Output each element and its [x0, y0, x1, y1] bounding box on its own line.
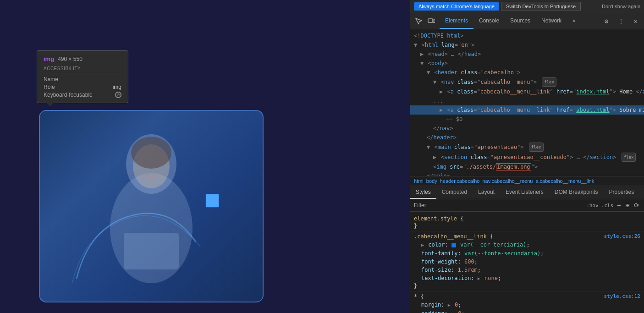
filter-bar: Filter :hov .cls + ⊞ ⟳ [410, 199, 644, 212]
tooltip-dims: 490 × 550 [58, 56, 83, 62]
tree-section[interactable]: ▶ <section class="apresentacao__conteudo… [410, 152, 644, 162]
tree-img[interactable]: <img src="./assets/Imagem.png"> [410, 162, 644, 171]
tooltip-section: ACCESSIBILITY [44, 66, 121, 73]
filter-input[interactable] [429, 202, 583, 209]
tooltip-role-label: Role [44, 84, 55, 90]
style-prop-font-weight: font-weight: 600; [414, 258, 640, 266]
settings-button[interactable]: ⚙ [600, 15, 613, 27]
styles-tabs: Styles Computed Layout Event Listeners D… [410, 186, 644, 199]
style-source-star[interactable]: style.css:12 [604, 293, 640, 299]
dont-show-again-link[interactable]: Don't show again [602, 4, 640, 9]
devtools-tabs: Elements Console Sources Network » [440, 13, 581, 29]
tree-a-sobre[interactable]: ▶ <a class="cabecalho__menu__link" href=… [410, 105, 644, 115]
tab-properties[interactable]: Properties [604, 186, 640, 199]
device-toggle-button[interactable] [425, 15, 438, 27]
tree-main-close[interactable]: </main> [410, 171, 644, 176]
style-rule-star: * { style.css:12 margin: ▶ 0; padding: ▶… [410, 291, 644, 313]
match-language-button[interactable]: Always match Chrome's language [414, 2, 499, 11]
style-selector-menu-link: .cabecalho__menu__link { style.css:26 [414, 233, 640, 240]
style-source-link[interactable]: style.css:26 [604, 233, 640, 239]
breadcrumb-html[interactable]: html [414, 178, 424, 184]
style-prop-font-family: font-family: var(--fonte-secundaria); [414, 249, 640, 258]
tree-nav[interactable]: ▼ <nav class="cabecalho__menu"> flex [410, 77, 644, 87]
style-rule-menu-link: .cabecalho__menu__link { style.css:26 ▶ … [410, 231, 644, 291]
tab-network[interactable]: Network [536, 13, 567, 29]
style-selector-element: element.style { [414, 215, 640, 222]
style-prop-margin: margin: ▶ 0; [414, 301, 640, 309]
more-options-button[interactable]: ⋮ [615, 15, 627, 27]
devtools-panel: Always match Chrome's language Switch De… [410, 0, 644, 313]
svg-rect-5 [428, 19, 433, 22]
style-prop-color: ▶ color: var(--cor-terciaria); [414, 241, 640, 249]
tooltip-keyboard-icon: ⊘ [115, 92, 121, 98]
style-rule-menu-link-close: } [414, 283, 640, 289]
tab-styles[interactable]: Styles [410, 186, 436, 199]
tab-computed[interactable]: Computed [436, 186, 473, 199]
pseudo-class-btn[interactable]: :hov [586, 203, 599, 209]
devtools-toolbar: Elements Console Sources Network » ⚙ ⋮ ✕ [410, 13, 644, 29]
tree-main[interactable]: ▼ <main class="apresentacao"> flex [410, 142, 644, 152]
inspect-element-button[interactable] [412, 15, 425, 27]
breadcrumb-a[interactable]: a.cabecalho__menu__link [535, 178, 594, 184]
switch-devtools-button[interactable]: Switch DevTools to Portuguese [501, 2, 581, 11]
svg-rect-6 [433, 20, 435, 22]
image-preview [39, 110, 264, 302]
tooltip-role-val: img [113, 84, 121, 90]
svg-point-4 [131, 137, 171, 169]
breadcrumb-nav[interactable]: nav.cabecalho__menu [483, 178, 533, 184]
style-rule-element: element.style { } [410, 214, 644, 231]
tab-layout[interactable]: Layout [473, 186, 500, 199]
close-devtools-button[interactable]: ✕ [629, 15, 642, 27]
filter-label: Filter [414, 202, 426, 209]
style-prop-font-size: font-size: 1.5rem; [414, 266, 640, 274]
color-swatch[interactable] [451, 243, 456, 247]
tab-elements[interactable]: Elements [440, 13, 473, 29]
add-rule-button[interactable]: + [616, 201, 622, 210]
tree-a-home[interactable]: ▶ <a class="cabecalho__menu__link" href=… [410, 87, 644, 96]
tree-header[interactable]: ▼ <header class="cabecalho"> [410, 68, 644, 77]
tab-more[interactable]: » [567, 13, 581, 29]
tooltip-tag: img [44, 55, 54, 62]
tree-header-close[interactable]: </header> [410, 133, 644, 142]
webpage-preview: img 490 × 550 ACCESSIBILITY Name Role im… [0, 0, 410, 313]
new-style-rule-button[interactable]: ⊞ [625, 201, 630, 210]
tree-nav-close[interactable]: </nav> [410, 124, 644, 133]
style-rule-close: } [414, 223, 640, 229]
tree-dollar0: == $0 [410, 115, 644, 124]
tab-dom-breakpoints[interactable]: DOM Breakpoints [549, 186, 604, 199]
breadcrumb-body[interactable]: body [426, 178, 437, 184]
style-prop-text-decoration: text-decoration: ▶ none; [414, 274, 640, 283]
tab-sources[interactable]: Sources [505, 13, 536, 29]
deco-arc [63, 187, 209, 288]
tree-ellipsis[interactable]: ... [410, 96, 644, 105]
tree-body[interactable]: ▼ <body> [410, 59, 644, 68]
tooltip-keyboard-label: Keyboard-focusable [44, 92, 93, 98]
element-tooltip: img 490 × 550 ACCESSIBILITY Name Role im… [37, 50, 128, 103]
html-tree: <!DOCTYPE html> ▼ <html lang="en"> ▶ <he… [410, 29, 644, 176]
style-selector-star: * { style.css:12 [414, 293, 640, 300]
breadcrumb-bar: html body header.cabecalho nav.cabecalho… [410, 176, 644, 186]
tab-event-listeners[interactable]: Event Listeners [500, 186, 549, 199]
breadcrumb-header[interactable]: header.cabecalho [440, 178, 480, 184]
style-prop-padding: padding: ▶ 0; [414, 309, 640, 313]
tree-doctype[interactable]: <!DOCTYPE html> [410, 31, 644, 40]
tree-head[interactable]: ▶ <head> … </head> [410, 49, 644, 59]
tree-html[interactable]: ▼ <html lang="en"> [410, 40, 644, 49]
tab-console[interactable]: Console [473, 13, 505, 29]
class-btn[interactable]: .cls [601, 203, 614, 209]
styles-content: element.style { } .cabecalho__menu__link… [410, 212, 644, 313]
notification-bar: Always match Chrome's language Switch De… [410, 0, 644, 13]
tooltip-name-label: Name [44, 76, 58, 82]
refresh-styles-button[interactable]: ⟳ [633, 201, 640, 210]
highlighted-filename: Imagem.png [496, 163, 531, 170]
